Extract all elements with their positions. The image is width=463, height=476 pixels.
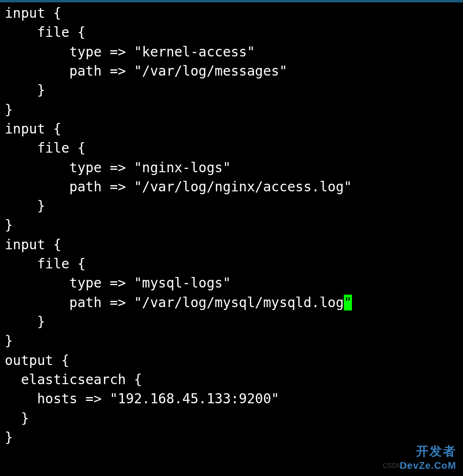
watermark-cn: 开发者 (416, 443, 456, 460)
watermark-en: DevZe.CoM (400, 460, 456, 471)
window-border-top (0, 0, 463, 2)
code-block: input { file { type => "kernel-access" p… (0, 0, 463, 452)
